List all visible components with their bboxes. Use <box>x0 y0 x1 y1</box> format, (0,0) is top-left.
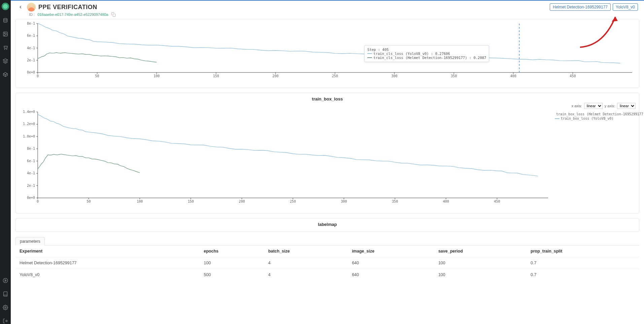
svg-text:350: 350 <box>451 74 457 78</box>
svg-point-8 <box>5 307 6 308</box>
chart2-title: train_box_loss <box>16 93 639 103</box>
table-cell: 4 <box>264 257 348 269</box>
parameters-table: Experimentepochsbatch_sizeimage_sizesave… <box>15 245 639 281</box>
cart-icon[interactable] <box>2 45 8 51</box>
svg-text:4e-1: 4e-1 <box>27 171 35 175</box>
table-header: prop_train_split <box>527 245 639 257</box>
svg-text:0: 0 <box>37 74 39 78</box>
svg-text:150: 150 <box>188 200 194 203</box>
svg-marker-7 <box>5 279 6 281</box>
id-value: 018aaebe-e017-749e-a452-e5229097480a <box>37 12 108 17</box>
chart-card-train-box-loss: train_box_loss x axis: linear y axis: li… <box>15 93 639 213</box>
table-cell: 0.7 <box>527 269 639 281</box>
experiment-chip[interactable]: Helmet Detection-1695299177 <box>550 3 611 11</box>
y-axis-scale-select[interactable]: linear <box>617 103 636 109</box>
logout-icon[interactable] <box>2 318 8 324</box>
svg-text:450: 450 <box>494 200 500 203</box>
labelmap-card: labelmap <box>15 218 639 232</box>
package-icon[interactable] <box>2 71 8 78</box>
svg-text:6e-1: 6e-1 <box>27 34 35 37</box>
table-cell: 100 <box>434 257 527 269</box>
legend-item: train_box_loss (Helmet Detection-1695299… <box>556 112 644 116</box>
table-cell: 100 <box>200 257 264 269</box>
table-cell: 640 <box>348 269 434 281</box>
page-header: PPE VERIFICATION Helmet Detection-169529… <box>11 1 644 12</box>
svg-text:50: 50 <box>87 200 91 203</box>
table-row: Helmet Detection-169529917710046401000.7 <box>15 257 639 269</box>
svg-text:400: 400 <box>510 74 516 78</box>
table-header: save_period <box>434 245 527 257</box>
table-cell: 0.7 <box>527 257 639 269</box>
svg-text:150: 150 <box>213 74 219 78</box>
svg-text:450: 450 <box>570 74 576 78</box>
svg-text:8e-1: 8e-1 <box>27 147 35 150</box>
back-button[interactable] <box>17 3 24 11</box>
svg-text:100: 100 <box>137 200 143 203</box>
table-cell: Helmet Detection-1695299177 <box>15 257 200 269</box>
svg-marker-5 <box>3 59 7 61</box>
svg-text:250: 250 <box>290 200 296 203</box>
axis-controls: x axis: linear y axis: linear <box>16 103 639 109</box>
table-header: image_size <box>348 245 434 257</box>
parameters-section: parameters Experimentepochsbatch_sizeima… <box>15 237 639 281</box>
svg-text:1.0e+0: 1.0e+0 <box>23 135 35 138</box>
app-logo[interactable] <box>2 3 9 10</box>
table-header: epochs <box>200 245 264 257</box>
svg-text:400: 400 <box>443 200 449 203</box>
chart2-plot[interactable]: 1.4e+01.2e+01.0e+08e-16e-14e-12e-10e+005… <box>19 110 551 205</box>
play-icon[interactable] <box>2 277 8 284</box>
svg-point-2 <box>4 33 5 34</box>
experiment-chip[interactable]: YoloV8_v0 <box>613 3 638 11</box>
table-cell: 500 <box>200 269 264 281</box>
svg-point-4 <box>6 49 7 50</box>
svg-point-6 <box>3 278 7 283</box>
svg-text:250: 250 <box>332 74 338 78</box>
labelmap-title: labelmap <box>16 218 639 228</box>
svg-text:200: 200 <box>272 74 278 78</box>
svg-text:300: 300 <box>341 200 347 203</box>
svg-rect-10 <box>113 14 115 17</box>
settings-icon[interactable] <box>2 304 8 311</box>
layers-icon[interactable] <box>2 58 8 64</box>
sidebar-rail <box>0 0 11 324</box>
chart1-plot[interactable]: 8e-16e-14e-12e-10e+005010015020025030035… <box>19 22 636 79</box>
chart2-legend: train_box_loss (Helmet Detection-1695299… <box>551 110 636 206</box>
svg-text:6e-1: 6e-1 <box>27 159 35 163</box>
svg-text:0e+0: 0e+0 <box>27 196 35 200</box>
table-cell: 4 <box>264 269 348 281</box>
svg-text:200: 200 <box>239 200 245 203</box>
parameters-tab[interactable]: parameters <box>15 237 45 245</box>
y-axis-label: y axis: <box>605 104 615 108</box>
svg-text:8e-1: 8e-1 <box>27 22 35 25</box>
x-axis-label: x axis: <box>572 104 582 108</box>
page-title: PPE VERIFICATION <box>38 4 97 11</box>
id-row: ID : 018aaebe-e017-749e-a452-e5229097480… <box>11 12 644 19</box>
table-cell: 640 <box>348 257 434 269</box>
id-label: ID : <box>29 12 35 17</box>
book-icon[interactable] <box>2 291 8 297</box>
legend-item: train_box_loss (YoloV8_v0) <box>561 117 614 120</box>
svg-text:350: 350 <box>392 200 398 203</box>
table-cell: 100 <box>434 269 527 281</box>
x-axis-scale-select[interactable]: linear <box>584 103 603 109</box>
table-header: Experiment <box>15 245 200 257</box>
table-header: batch_size <box>264 245 348 257</box>
svg-text:100: 100 <box>154 74 160 78</box>
svg-text:2e-1: 2e-1 <box>27 58 35 62</box>
svg-text:0e+0: 0e+0 <box>27 70 35 74</box>
image-icon[interactable] <box>2 31 8 37</box>
svg-point-0 <box>4 18 7 20</box>
table-row: YoloV8_v050046401000.7 <box>15 269 639 281</box>
copy-id-icon[interactable] <box>111 12 116 17</box>
table-cell: YoloV8_v0 <box>15 269 200 281</box>
chart-card-train-cls-loss: 8e-16e-14e-12e-10e+005010015020025030035… <box>15 19 639 88</box>
database-icon[interactable] <box>2 18 8 24</box>
svg-text:0: 0 <box>37 200 39 203</box>
svg-point-3 <box>4 49 5 50</box>
project-avatar <box>27 3 36 11</box>
svg-text:50: 50 <box>95 74 99 78</box>
svg-text:4e-1: 4e-1 <box>27 46 35 50</box>
svg-text:2e-1: 2e-1 <box>27 184 35 187</box>
svg-text:300: 300 <box>392 74 398 78</box>
svg-text:1.2e+0: 1.2e+0 <box>23 122 35 126</box>
